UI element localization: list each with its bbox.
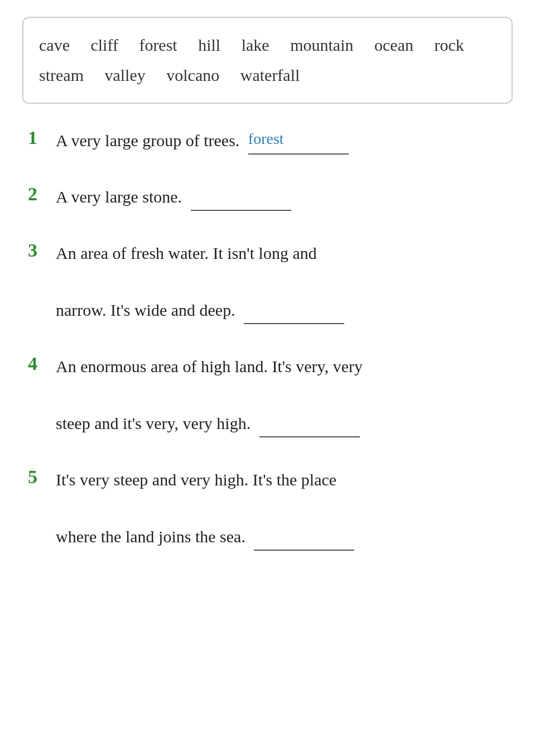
word-volcano: volcano: [166, 66, 219, 84]
answer-underline-5: [254, 550, 354, 551]
question-2: 2 A very large stone.: [28, 182, 513, 211]
word-rock: rock: [434, 36, 464, 54]
question-body-5: It's very steep and very high. It's the …: [56, 465, 513, 551]
question-body-4: An enormous area of high land. It's very…: [56, 352, 513, 437]
word-waterfall: waterfall: [240, 66, 300, 84]
answer-underline-2: [191, 210, 291, 211]
word-hill: hill: [198, 36, 220, 54]
question-1: 1 A very large group of trees. forest: [28, 126, 513, 155]
answer-field-5[interactable]: [254, 531, 354, 551]
word-bank: cave cliff forest hill lake mountain oce…: [22, 17, 513, 104]
question-number-3: 3: [28, 239, 56, 261]
word-cave: cave: [39, 36, 70, 54]
word-mountain: mountain: [290, 36, 353, 54]
question-number-1: 1: [28, 126, 56, 148]
question-number-2: 2: [28, 182, 56, 205]
question-5: 5 It's very steep and very high. It's th…: [28, 465, 513, 551]
word-lake: lake: [242, 36, 269, 54]
answer-underline-4: [259, 436, 360, 437]
question-text-1: A very large group of trees.: [56, 131, 239, 150]
answer-field-2[interactable]: [191, 191, 291, 211]
answer-text-1: forest: [248, 126, 284, 152]
question-number-4: 4: [28, 352, 56, 374]
answer-field-1[interactable]: forest: [248, 134, 349, 155]
question-body-2: A very large stone.: [56, 182, 513, 211]
word-stream: stream: [39, 66, 84, 84]
questions-container: 1 A very large group of trees. forest 2 …: [22, 126, 513, 551]
answer-field-3[interactable]: [244, 304, 344, 324]
question-3: 3 An area of fresh water. It isn't long …: [28, 239, 513, 324]
word-valley: valley: [104, 66, 145, 84]
word-ocean: ocean: [374, 36, 413, 54]
question-4: 4 An enormous area of high land. It's ve…: [28, 352, 513, 437]
question-body-3: An area of fresh water. It isn't long an…: [56, 239, 513, 324]
question-text-2: A very large stone.: [56, 187, 182, 206]
word-cliff: cliff: [90, 36, 118, 54]
answer-underline-3: [244, 323, 344, 324]
answer-field-4[interactable]: [259, 417, 360, 437]
question-body-1: A very large group of trees. forest: [56, 126, 513, 155]
question-number-5: 5: [28, 465, 56, 488]
answer-underline-1: [248, 153, 349, 155]
word-forest: forest: [139, 36, 177, 54]
